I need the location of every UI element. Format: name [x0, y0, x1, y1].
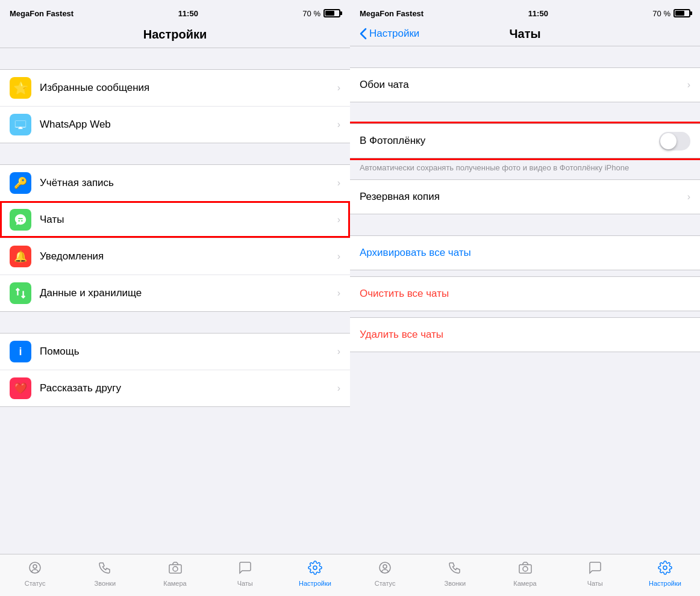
group-2: 🔑 Учётная запись › Чаты › 🔔 Уведомления [0, 164, 350, 312]
section-gap-2 [0, 143, 350, 164]
tab-chats-label-right: Чаты [587, 580, 603, 587]
favorites-label: Избранные сообщения [40, 82, 333, 94]
tab-settings-left[interactable]: Настройки [280, 560, 350, 587]
tab-camera-left[interactable]: Камера [140, 560, 210, 587]
tab-camera-label-right: Камера [513, 580, 536, 587]
chevron-whatsapp-web: › [337, 119, 340, 130]
chevron-notifications: › [337, 251, 340, 262]
calls-tab-icon-left [98, 560, 112, 579]
tab-status-left[interactable]: Статус [0, 560, 70, 587]
section-gap-r1 [350, 46, 700, 67]
tab-status-right[interactable]: Статус [350, 560, 420, 587]
chevron-tell-friend: › [337, 383, 340, 394]
fotoplenka-description-container: Автоматически сохранять полученные фото … [350, 158, 700, 179]
wallpaper-label: Обои чата [360, 79, 683, 91]
battery-left: 70 % [302, 9, 340, 18]
chats-scroll[interactable]: Обои чата › В Фотоплёнку Автоматически с… [350, 46, 700, 554]
svg-point-8 [33, 565, 37, 568]
chevron-data: › [337, 288, 340, 299]
chevron-account: › [337, 178, 340, 188]
tab-settings-label-right: Настройки [649, 580, 681, 587]
settings-item-whatsapp-web[interactable]: WhatsApp Web › [0, 106, 350, 143]
chevron-favorites: › [337, 82, 340, 93]
tab-chats-left[interactable]: Чаты [210, 560, 280, 587]
chats-settings-title: Чаты [509, 27, 540, 41]
chats-tab-icon-left [238, 560, 252, 579]
tab-chats-label-left: Чаты [237, 580, 253, 587]
chats-action-delete[interactable]: Удалить все чаты [350, 318, 700, 352]
tab-calls-left[interactable]: Звонки [70, 560, 140, 587]
carrier-left: MegaFon Fastest [10, 9, 73, 18]
tab-chats-right[interactable]: Чаты [560, 560, 630, 587]
section-gap-1 [0, 48, 350, 69]
fotoplenka-toggle[interactable] [659, 132, 690, 151]
tab-camera-label-left: Камера [163, 580, 186, 587]
fotoplenka-label: В Фотоплёнку [360, 135, 659, 147]
settings-item-data[interactable]: Данные и хранилище › [0, 275, 350, 311]
settings-item-tell-friend[interactable]: ❤️ Рассказать другу › [0, 370, 350, 406]
tab-bar-right: Статус Звонки Камера [350, 554, 700, 596]
svg-rect-4 [19, 127, 22, 129]
settings-item-notifications[interactable]: 🔔 Уведомления › [0, 238, 350, 275]
chats-item-wallpaper[interactable]: Обои чата › [350, 68, 700, 102]
group-3: i Помощь › ❤️ Рассказать другу › [0, 333, 350, 407]
settings-item-account[interactable]: 🔑 Учётная запись › [0, 165, 350, 201]
tab-status-label-left: Статус [25, 580, 46, 587]
settings-scroll[interactable]: ⭐ Избранные сообщения › WhatsApp Web › [0, 48, 350, 554]
account-label: Учётная запись [40, 177, 333, 189]
settings-item-chats[interactable]: Чаты › [0, 201, 350, 238]
status-tab-icon-left [28, 560, 42, 579]
chevron-chats: › [337, 214, 340, 225]
fotoplenka-group: В Фотоплёнку [350, 123, 700, 158]
carrier-right: MegaFon Fastest [360, 9, 423, 18]
data-label: Данные и хранилище [40, 287, 333, 299]
tab-calls-label-left: Звонки [95, 580, 116, 587]
tab-bar-left: Статус Звонки Камера [0, 554, 350, 596]
tab-settings-right[interactable]: Настройки [630, 560, 700, 587]
tell-friend-icon: ❤️ [10, 377, 31, 399]
svg-point-11 [313, 566, 317, 570]
delete-group: Удалить все чаты [350, 317, 700, 352]
svg-rect-9 [169, 565, 181, 573]
back-button[interactable]: Настройки [360, 28, 419, 40]
section-gap-r3 [350, 214, 700, 235]
account-icon: 🔑 [10, 172, 31, 194]
chats-icon [10, 209, 31, 231]
settings-tab-icon-left [308, 560, 322, 579]
camera-tab-icon-right [518, 560, 533, 579]
battery-right: 70 % [652, 9, 690, 18]
time-right: 11:50 [528, 9, 548, 18]
section-gap-r5 [350, 311, 700, 317]
section-gap-r6 [350, 352, 700, 373]
tab-camera-right[interactable]: Камера [490, 560, 560, 587]
settings-item-help[interactable]: i Помощь › [0, 334, 350, 370]
left-screen: MegaFon Fastest 11:50 70 % Настройки ⭐ И… [0, 0, 350, 596]
status-bar-left: MegaFon Fastest 11:50 70 % [0, 0, 350, 24]
chevron-backup: › [687, 191, 690, 202]
chats-item-fotoplenka[interactable]: В Фотоплёнку [350, 124, 700, 158]
chats-action-archive[interactable]: Архивировать все чаты [350, 236, 700, 270]
settings-tab-icon-right [658, 560, 672, 579]
actions-group: Архивировать все чаты [350, 235, 700, 270]
chats-item-backup[interactable]: Резервная копия › [350, 180, 700, 214]
notifications-icon: 🔔 [10, 246, 31, 267]
group-1: ⭐ Избранные сообщения › WhatsApp Web › [0, 69, 350, 143]
calls-tab-icon-right [448, 560, 462, 579]
tell-friend-label: Рассказать другу [40, 382, 333, 394]
settings-item-favorites[interactable]: ⭐ Избранные сообщения › [0, 70, 350, 106]
help-label: Помощь [40, 346, 333, 358]
time-left: 11:50 [178, 9, 198, 18]
favorites-icon: ⭐ [10, 77, 31, 99]
svg-point-10 [173, 567, 178, 571]
chevron-help: › [337, 346, 340, 357]
svg-point-15 [523, 567, 528, 571]
tab-settings-label-left: Настройки [299, 580, 331, 587]
delete-label: Удалить все чаты [360, 329, 690, 341]
chevron-wallpaper: › [687, 79, 690, 90]
right-screen: MegaFon Fastest 11:50 70 % Настройки Чат… [350, 0, 700, 596]
backup-group: Резервная копия › [350, 179, 700, 214]
tab-calls-right[interactable]: Звонки [420, 560, 490, 587]
wallpaper-group: Обои чата › [350, 67, 700, 102]
chats-action-clear[interactable]: Очистить все чаты [350, 277, 700, 311]
status-bar-right: MegaFon Fastest 11:50 70 % [350, 0, 700, 24]
